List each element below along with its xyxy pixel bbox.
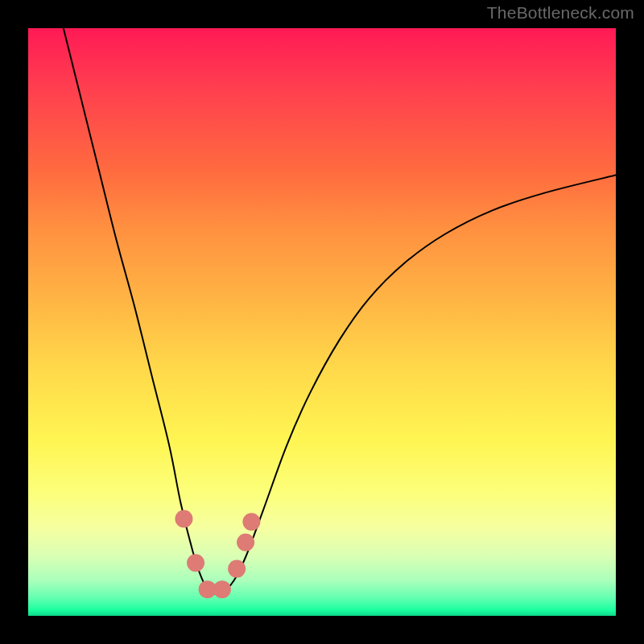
marker-dot: [228, 560, 246, 578]
marker-dot: [175, 510, 192, 528]
chart-svg: [28, 28, 616, 616]
curve-path: [64, 28, 616, 594]
plot-area: [28, 28, 616, 616]
bottleneck-curve: [64, 28, 616, 594]
marker-dot: [187, 554, 204, 572]
marker-dot: [213, 580, 231, 598]
chart-frame: TheBottleneck.com: [0, 0, 644, 644]
marker-dot: [242, 513, 260, 530]
watermark-text: TheBottleneck.com: [487, 3, 634, 23]
marker-dot: [237, 534, 254, 551]
